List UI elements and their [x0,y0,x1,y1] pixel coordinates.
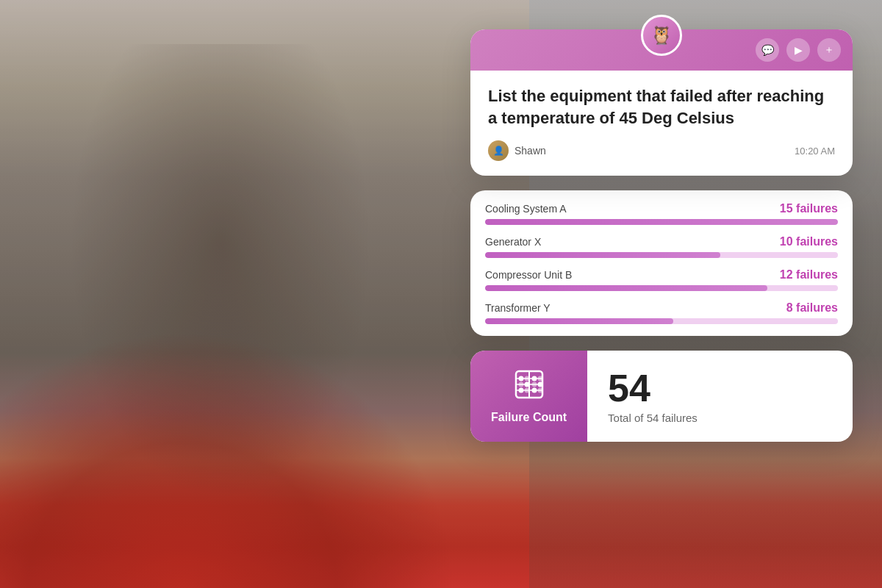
failure-bar-fill-3 [485,318,673,324]
user-name: Shawn [514,145,546,157]
user-avatar: 👤 [488,140,509,161]
svg-point-10 [524,382,529,387]
failure-bar-bg-1 [485,252,838,258]
chat-card: 🦉 💬 ▶ ＋ List the equipment that failed a… [470,29,853,176]
failure-item: Cooling System A 15 failures [485,202,838,225]
abacus-icon [513,368,545,405]
svg-point-5 [518,376,523,381]
failures-card: Cooling System A 15 failures Generator X… [470,190,853,336]
failure-count-2: 12 failures [780,268,838,282]
failure-name-0: Cooling System A [485,203,567,215]
failure-row-0: Cooling System A 15 failures [485,202,838,215]
summary-card: Failure Count 54 Total of 54 failures [470,351,853,442]
chat-meta: 👤 Shawn 10:20 AM [488,140,835,161]
bot-avatar: 🦉 [641,15,682,56]
chat-card-header: 🦉 💬 ▶ ＋ [470,29,853,71]
svg-point-7 [531,376,537,381]
right-panel: 🦉 💬 ▶ ＋ List the equipment that failed a… [456,0,882,588]
svg-point-6 [524,376,529,381]
add-icon-button[interactable]: ＋ [817,38,841,62]
chat-icon-button[interactable]: 💬 [756,38,779,62]
summary-right-panel: 54 Total of 54 failures [587,351,718,442]
svg-point-13 [518,388,523,393]
svg-point-15 [531,388,537,393]
failure-row-1: Generator X 10 failures [485,235,838,248]
chat-card-body: List the equipment that failed after rea… [470,71,853,176]
failure-bar-bg-2 [485,285,838,291]
chat-header-icons: 💬 ▶ ＋ [756,38,841,62]
failure-count-0: 15 failures [780,202,838,215]
svg-point-8 [537,376,542,381]
chat-question: List the equipment that failed after rea… [488,85,835,129]
failure-item: Compressor Unit B 12 failures [485,268,838,291]
failure-item: Transformer Y 8 failures [485,301,838,324]
failure-name-2: Compressor Unit B [485,269,572,281]
play-icon-button[interactable]: ▶ [786,38,810,62]
failure-row-2: Compressor Unit B 12 failures [485,268,838,282]
summary-total-number: 54 [608,369,698,407]
failure-item: Generator X 10 failures [485,235,838,258]
summary-left-panel: Failure Count [470,351,587,442]
failure-name-1: Generator X [485,236,541,248]
failure-bar-bg-0 [485,219,838,225]
failure-bar-fill-1 [485,252,720,258]
failure-bar-bg-3 [485,318,838,324]
failure-name-3: Transformer Y [485,302,551,314]
chat-user: 👤 Shawn [488,140,546,161]
summary-label: Failure Count [491,411,567,424]
svg-point-16 [537,388,542,393]
failure-count-3: 8 failures [786,301,838,315]
chat-timestamp: 10:20 AM [795,146,835,157]
failure-bar-fill-2 [485,285,767,291]
failure-row-3: Transformer Y 8 failures [485,301,838,315]
svg-point-14 [524,388,529,393]
summary-description: Total of 54 failures [608,412,698,424]
failure-bar-fill-0 [485,219,838,225]
svg-point-9 [518,382,523,387]
abacus-svg [513,368,545,401]
svg-point-11 [531,382,537,387]
failure-count-1: 10 failures [780,235,838,248]
svg-point-12 [537,382,542,387]
